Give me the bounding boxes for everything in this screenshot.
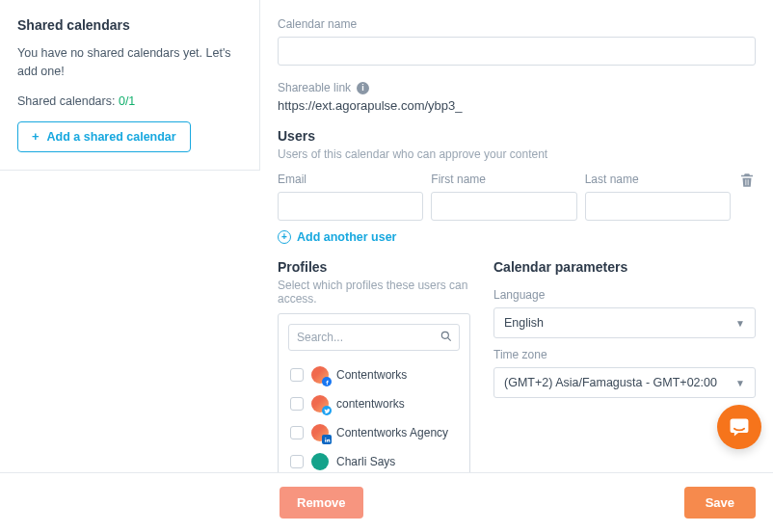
calendar-name-input[interactable]	[278, 37, 756, 66]
delete-user-button[interactable]	[738, 172, 756, 191]
search-icon	[440, 330, 453, 347]
shareable-link-value: https://ext.agorapulse.com/ybp3_	[278, 98, 756, 113]
profiles-section: Profiles Select which profiles these use…	[278, 259, 470, 472]
profile-item[interactable]: Contentworks Agency	[288, 418, 460, 447]
profile-checkbox[interactable]	[290, 455, 304, 468]
calendar-name-label: Calendar name	[278, 17, 756, 31]
language-select[interactable]: English ▼	[493, 307, 756, 338]
intercom-chat-button[interactable]	[717, 405, 761, 449]
profile-name: Contentworks	[336, 368, 407, 382]
profiles-subtitle: Select which profiles these users can ac…	[278, 279, 470, 306]
email-label: Email	[278, 173, 423, 186]
profile-checkbox[interactable]	[290, 368, 304, 382]
profiles-search-input[interactable]	[288, 324, 460, 351]
profile-name: Contentworks Agency	[336, 426, 448, 439]
remove-button[interactable]: Remove	[280, 487, 363, 519]
profile-name: Charli Says	[336, 455, 395, 468]
add-another-user-button[interactable]: + Add another user	[278, 230, 397, 244]
add-button-label: Add a shared calendar	[47, 130, 176, 144]
profiles-list: ContentworkscontentworksContentworks Age…	[278, 313, 470, 472]
add-shared-calendar-button[interactable]: + Add a shared calendar	[17, 121, 191, 152]
profile-item[interactable]: Charli Says	[288, 447, 460, 472]
users-section: Users Users of this calendar who can app…	[278, 128, 756, 244]
trash-icon	[738, 172, 756, 189]
plus-icon: +	[32, 130, 40, 143]
profile-avatar-icon	[311, 424, 329, 441]
sidebar: Shared calendars You have no shared cale…	[0, 0, 260, 171]
platform-badge-icon	[322, 435, 332, 444]
users-title: Users	[278, 128, 756, 144]
email-input[interactable]	[278, 192, 423, 221]
shareable-link-section: Shareable link i https://ext.agorapulse.…	[278, 81, 756, 113]
profile-item[interactable]: Contentworks	[288, 360, 460, 389]
last-name-label: Last name	[585, 173, 731, 186]
chevron-down-icon: ▼	[735, 318, 745, 329]
timezone-select[interactable]: (GMT+2) Asia/Famagusta - GMT+02:00 ▼	[493, 367, 756, 398]
main-form: Calendar name Shareable link i https://e…	[260, 0, 773, 472]
add-user-label: Add another user	[297, 230, 397, 244]
params-title: Calendar parameters	[493, 259, 756, 275]
profiles-title: Profiles	[278, 259, 470, 275]
shared-calendar-count: Shared calendars: 0/1	[17, 94, 242, 108]
save-button[interactable]: Save	[684, 487, 756, 519]
platform-badge-icon	[322, 406, 332, 415]
sidebar-title: Shared calendars	[17, 17, 242, 33]
platform-badge-icon	[322, 377, 332, 386]
count-value: 0/1	[119, 94, 135, 108]
sidebar-empty-text: You have no shared calendars yet. Let's …	[17, 44, 242, 81]
profile-avatar-icon	[311, 366, 329, 384]
plus-circle-icon: +	[278, 230, 291, 244]
chevron-down-icon: ▼	[735, 378, 745, 388]
users-subtitle: Users of this calendar who can approve y…	[278, 147, 756, 161]
profile-item[interactable]: contentworks	[288, 389, 460, 418]
info-icon[interactable]: i	[357, 82, 369, 94]
count-label: Shared calendars:	[17, 94, 115, 108]
footer-bar: Remove Save	[0, 472, 773, 532]
profile-avatar-icon	[311, 453, 329, 470]
chat-icon	[728, 415, 751, 439]
profile-avatar-icon	[311, 395, 329, 412]
calendar-parameters-section: Calendar parameters Language English ▼ T…	[493, 259, 756, 472]
profile-checkbox[interactable]	[290, 426, 304, 439]
shareable-link-label: Shareable link	[278, 81, 351, 94]
profile-name: contentworks	[336, 397, 405, 411]
timezone-label: Time zone	[493, 348, 756, 361]
last-name-input[interactable]	[585, 192, 731, 221]
timezone-value: (GMT+2) Asia/Famagusta - GMT+02:00	[504, 376, 717, 389]
calendar-name-section: Calendar name	[278, 17, 756, 66]
language-label: Language	[493, 288, 756, 302]
language-value: English	[504, 316, 544, 330]
first-name-label: First name	[431, 173, 576, 186]
profile-checkbox[interactable]	[290, 397, 304, 411]
first-name-input[interactable]	[431, 192, 576, 221]
svg-line-1	[447, 337, 450, 340]
svg-point-0	[441, 332, 448, 338]
